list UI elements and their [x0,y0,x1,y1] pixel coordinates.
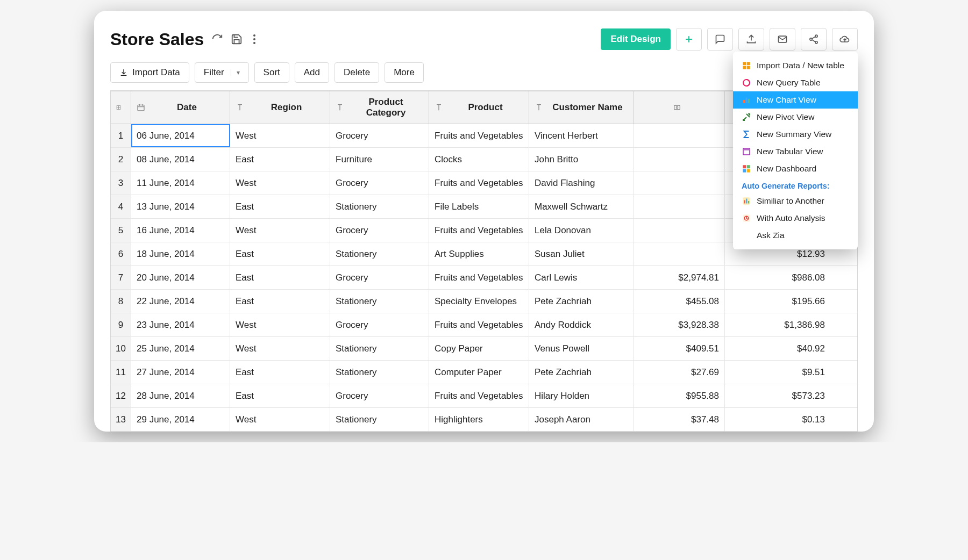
delete-button[interactable]: Delete [334,62,379,83]
table-row[interactable]: 822 June, 2014EastStationerySpecialty En… [111,290,857,313]
row-index[interactable]: 8 [111,290,131,313]
cell-product-category[interactable]: Stationery [330,290,429,313]
cell-date[interactable]: 22 June, 2014 [131,290,230,313]
cell-region[interactable]: West [230,219,330,242]
row-index[interactable]: 11 [111,361,131,384]
cell-region[interactable]: East [230,148,330,171]
cell-region[interactable]: East [230,242,330,265]
row-index[interactable]: 3 [111,171,131,195]
cell-product-category[interactable]: Stationery [330,361,429,384]
cell-product-category[interactable]: Grocery [330,266,429,289]
menu-new-query[interactable]: New Query Table [733,74,858,91]
cell-sales[interactable] [634,171,725,195]
cell-region[interactable]: East [230,361,330,384]
table-row[interactable]: 1329 June, 2014WestStationeryHighlighter… [111,408,857,432]
row-index[interactable]: 2 [111,148,131,171]
table-row[interactable]: 923 June, 2014WestGroceryFruits and Vege… [111,313,857,337]
cell-product-category[interactable]: Stationery [330,337,429,360]
cell-customer[interactable]: Pete Zachriah [529,290,634,313]
cell-cost[interactable]: $40.92 [725,337,830,360]
cell-region[interactable]: West [230,408,330,431]
import-data-button[interactable]: Import Data [110,62,189,83]
cell-region[interactable]: East [230,384,330,407]
cell-product[interactable]: Fruits and Vegetables [429,124,529,147]
cell-date[interactable]: 23 June, 2014 [131,313,230,336]
cell-date[interactable]: 20 June, 2014 [131,266,230,289]
more-button[interactable]: More [385,62,424,83]
cell-sales[interactable] [634,124,725,147]
export-icon[interactable] [738,28,764,51]
cell-customer[interactable]: Carl Lewis [529,266,634,289]
menu-import-data[interactable]: Import Data / New table [733,57,858,74]
cell-product-category[interactable]: Grocery [330,313,429,336]
refresh-icon[interactable] [211,33,223,45]
cell-product[interactable]: Fruits and Vegetables [429,313,529,336]
cell-region[interactable]: West [230,337,330,360]
cell-product-category[interactable]: Grocery [330,219,429,242]
cell-region[interactable]: East [230,195,330,218]
cell-product-category[interactable]: Stationery [330,242,429,265]
cell-cost[interactable]: $1,386.98 [725,313,830,336]
cell-product-category[interactable]: Stationery [330,408,429,431]
cell-product[interactable]: Fruits and Vegetables [429,219,529,242]
cell-product[interactable]: Highlighters [429,408,529,431]
col-product-category[interactable]: Product Category [330,91,429,124]
cell-customer[interactable]: Lela Donovan [529,219,634,242]
cell-date[interactable]: 29 June, 2014 [131,408,230,431]
cell-sales[interactable]: $3,928.38 [634,313,725,336]
menu-new-pivot[interactable]: New Pivot View [733,109,858,126]
cell-customer[interactable]: Hilary Holden [529,384,634,407]
cloud-icon[interactable] [832,28,858,51]
mail-icon[interactable] [770,28,795,51]
cell-product[interactable]: Art Supplies [429,242,529,265]
cell-date[interactable]: 28 June, 2014 [131,384,230,407]
row-index[interactable]: 9 [111,313,131,336]
cell-product-category[interactable]: Furniture [330,148,429,171]
cell-product[interactable]: Fruits and Vegetables [429,384,529,407]
cell-customer[interactable]: Andy Roddick [529,313,634,336]
cell-customer[interactable]: David Flashing [529,171,634,195]
cell-product[interactable]: File Labels [429,195,529,218]
col-product[interactable]: Product [429,91,529,124]
cell-date[interactable]: 06 June, 2014 [131,124,230,147]
kebab-icon[interactable] [250,33,259,45]
cell-customer[interactable]: Venus Powell [529,337,634,360]
cell-customer[interactable]: Pete Zachriah [529,361,634,384]
cell-cost[interactable]: $0.13 [725,408,830,431]
cell-cost[interactable]: $195.66 [725,290,830,313]
cell-product[interactable]: Computer Paper [429,361,529,384]
row-index[interactable]: 13 [111,408,131,431]
row-index[interactable]: 6 [111,242,131,265]
cell-product[interactable]: Fruits and Vegetables [429,171,529,195]
cell-date[interactable]: 13 June, 2014 [131,195,230,218]
cell-customer[interactable]: John Britto [529,148,634,171]
row-index[interactable]: 4 [111,195,131,218]
menu-similar[interactable]: Similiar to Another [733,192,858,210]
cell-product[interactable]: Copy Paper [429,337,529,360]
add-row-button[interactable]: Add [295,62,329,83]
row-index[interactable]: 10 [111,337,131,360]
cell-sales[interactable]: $955.88 [634,384,725,407]
menu-auto-analysis[interactable]: With Auto Analysis [733,210,858,227]
cell-product[interactable]: Fruits and Vegetables [429,266,529,289]
col-date[interactable]: Date [131,91,230,124]
add-button[interactable] [676,28,702,51]
cell-customer[interactable]: Susan Juliet [529,242,634,265]
sort-button[interactable]: Sort [254,62,289,83]
cell-date[interactable]: 11 June, 2014 [131,171,230,195]
row-index[interactable]: 12 [111,384,131,407]
cell-customer[interactable]: Vincent Herbert [529,124,634,147]
cell-sales[interactable] [634,195,725,218]
filter-button[interactable]: Filter ▾ [195,62,249,83]
cell-sales[interactable]: $2,974.81 [634,266,725,289]
menu-new-dashboard[interactable]: New Dashboard [733,160,858,177]
table-row[interactable]: 1025 June, 2014WestStationeryCopy PaperV… [111,337,857,361]
cell-product-category[interactable]: Stationery [330,195,429,218]
table-row[interactable]: 720 June, 2014EastGroceryFruits and Vege… [111,266,857,290]
cell-cost[interactable]: $9.51 [725,361,830,384]
cell-region[interactable]: East [230,266,330,289]
col-customer[interactable]: Customer Name [529,91,634,124]
cell-sales[interactable]: $37.48 [634,408,725,431]
row-index[interactable]: 7 [111,266,131,289]
cell-customer[interactable]: Joseph Aaron [529,408,634,431]
